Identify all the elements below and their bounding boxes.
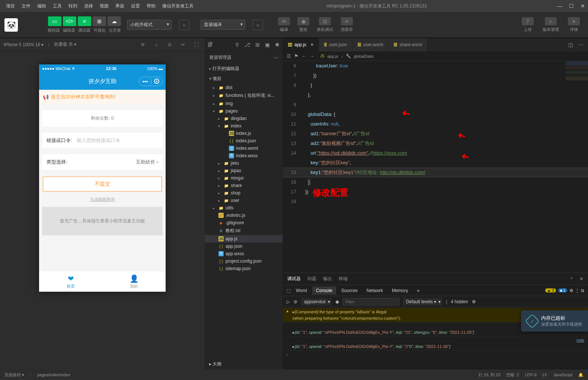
capsule-button[interactable]: •••| bbox=[139, 77, 163, 86]
dots-icon[interactable]: ⋮ bbox=[575, 288, 579, 293]
spaces[interactable]: 空格: 2 bbox=[506, 372, 519, 378]
more-icon[interactable]: ⋯ bbox=[578, 42, 584, 48]
subtab-console[interactable]: Console bbox=[312, 286, 336, 295]
search-icon[interactable]: ⚲ bbox=[235, 42, 239, 48]
tab-output[interactable]: 输出 bbox=[323, 274, 332, 284]
tree-item[interactable]: ◫index.wxml bbox=[205, 145, 282, 152]
expand-icon[interactable]: ⛶ bbox=[192, 40, 201, 49]
menu-微信开发者工具[interactable]: 微信开发者工具 bbox=[159, 1, 196, 11]
cloud-button[interactable]: ☁ bbox=[108, 16, 121, 26]
panel-close-icon[interactable]: ✕ bbox=[579, 276, 584, 282]
hidden-count[interactable]: 4 hidden bbox=[451, 299, 468, 304]
menu-编辑[interactable]: 编辑 bbox=[34, 1, 49, 11]
menu-文件[interactable]: 文件 bbox=[19, 1, 33, 11]
type-select-row[interactable]: 类型选择: 互助砍价 › bbox=[42, 154, 163, 170]
reload-select[interactable]: 热重载 关 ▾ bbox=[54, 41, 77, 48]
tree-item[interactable]: ◆.gitignore bbox=[205, 219, 282, 227]
info-badge[interactable]: ■ 1 bbox=[558, 288, 567, 292]
subtab-wxml[interactable]: Wxml bbox=[292, 286, 311, 295]
memory-alert[interactable]: 内存已超标 深度加速关闭卡慢进程 bbox=[521, 310, 588, 332]
tab-problems[interactable]: 问题 bbox=[307, 274, 316, 284]
action-清缓存[interactable]: ≡清缓存 bbox=[337, 16, 357, 34]
tree-item[interactable]: ⚙.eslintrc.js bbox=[205, 212, 282, 219]
compile-select[interactable]: 普通编译 bbox=[201, 20, 245, 30]
action-真机调试[interactable]: ⊡真机调试 bbox=[313, 16, 337, 34]
branch-icon[interactable]: ⎇ bbox=[244, 42, 250, 48]
bug-icon[interactable]: ✱ bbox=[275, 42, 279, 48]
right-版本管理[interactable]: ⎌版本管理 bbox=[539, 16, 563, 34]
tree-item[interactable]: { }index.json bbox=[205, 137, 282, 145]
clear-icon[interactable]: ⊘ bbox=[294, 299, 297, 304]
tree-item[interactable]: ▸📁shop bbox=[205, 189, 282, 197]
page-path-label[interactable]: 页面路径 ▾ bbox=[4, 372, 24, 378]
editor-button[interactable]: </> bbox=[63, 16, 76, 26]
tree-item[interactable]: JSapp.js bbox=[205, 235, 282, 243]
tree-item[interactable]: ▸📁jiqiao bbox=[205, 167, 282, 174]
tab-mine[interactable]: 👤我的 bbox=[102, 271, 166, 292]
box-icon[interactable]: ▣ bbox=[265, 42, 270, 48]
menu-项目[interactable]: 项目 bbox=[3, 1, 18, 11]
bookmark-icon[interactable]: ⚑ bbox=[294, 53, 298, 59]
tree-item[interactable]: ▸📁mingxi bbox=[205, 174, 282, 182]
home-icon[interactable]: ⌂ bbox=[152, 40, 161, 49]
tree-item[interactable]: { }sitemap.json bbox=[205, 265, 282, 272]
minimap[interactable] bbox=[566, 61, 588, 106]
tab-terminal[interactable]: 终端 bbox=[339, 274, 348, 284]
levels-select[interactable]: Default levels ▾ bbox=[403, 298, 442, 305]
more-icon[interactable]: ⋯ bbox=[274, 55, 278, 60]
filter-input[interactable] bbox=[343, 298, 399, 305]
files-icon[interactable]: 🗐 bbox=[208, 42, 213, 48]
minimize-icon[interactable]: — bbox=[557, 3, 562, 9]
inspect-icon[interactable]: ⬚ bbox=[287, 288, 291, 293]
menu-转到[interactable]: 转到 bbox=[65, 1, 80, 11]
dock-icon[interactable]: ⧉ bbox=[581, 288, 584, 293]
project-section[interactable]: 项目 bbox=[205, 74, 282, 84]
tab-home[interactable]: ❤首页 bbox=[39, 271, 102, 292]
editor-tab[interactable]: JSapp.js× bbox=[283, 38, 319, 51]
menu-设置[interactable]: 设置 bbox=[128, 1, 143, 11]
tree-item[interactable]: ▸📁jietu bbox=[205, 159, 282, 167]
device-select[interactable]: iPhone 5 100% 16 ▾ bbox=[4, 42, 44, 47]
fwd-arrow-icon[interactable]: → bbox=[309, 53, 314, 59]
right-上传[interactable]: ⤴上传 bbox=[518, 16, 537, 34]
warn-badge[interactable]: ▲ 3 bbox=[545, 288, 556, 292]
action-预览[interactable]: ◉预览 bbox=[294, 16, 313, 34]
cut-icon[interactable]: ✂ bbox=[179, 40, 188, 49]
tree-item[interactable]: ▸📁dingdan bbox=[205, 115, 282, 122]
play-icon[interactable]: ▷ bbox=[287, 299, 290, 304]
tree-item[interactable]: ▸📁functions | 当前环境: xi... bbox=[205, 91, 282, 100]
menu-选择[interactable]: 选择 bbox=[81, 1, 96, 11]
outline-section[interactable]: ▸ 大纲 bbox=[205, 358, 282, 370]
mode-select[interactable]: 小程序模式 bbox=[127, 20, 172, 30]
tree-item[interactable]: ▸📁img bbox=[205, 100, 282, 107]
tree-item[interactable]: ▸📁utils bbox=[205, 204, 282, 212]
close-icon[interactable]: ✕ bbox=[581, 3, 585, 9]
tree-item[interactable]: ▸📁dist bbox=[205, 84, 282, 91]
action-编译[interactable]: ⟳编译 bbox=[274, 16, 294, 34]
language[interactable]: JavaScript bbox=[553, 373, 572, 377]
split-icon[interactable]: ◫ bbox=[568, 42, 573, 48]
submit-button[interactable]: 不提交 bbox=[43, 177, 162, 191]
menu-视图[interactable]: 视图 bbox=[97, 1, 112, 11]
editor-tab[interactable]: ◫share.wxml bbox=[389, 38, 428, 51]
tree-item[interactable]: ⽅app.wxss bbox=[205, 250, 282, 257]
visual-button[interactable]: ⊞ bbox=[93, 16, 106, 26]
editor-tab[interactable]: {}user.json bbox=[319, 38, 352, 51]
menu-帮助[interactable]: 帮助 bbox=[144, 1, 159, 11]
tree-item[interactable]: ▾📁index bbox=[205, 122, 282, 130]
subtab-sources[interactable]: Sources bbox=[338, 286, 361, 295]
back-arrow-icon[interactable]: ← bbox=[301, 53, 306, 59]
tree-item[interactable]: { }project.config.json bbox=[205, 257, 282, 265]
circle-btn-2[interactable]: ○ bbox=[253, 20, 263, 30]
tree-item[interactable]: 🗎教程.txt bbox=[205, 227, 282, 235]
grid-icon[interactable]: ⊞ bbox=[255, 42, 260, 48]
link-input[interactable]: 输入您的链接或口令 bbox=[77, 137, 158, 144]
open-editors-section[interactable]: 打开的编辑器 bbox=[205, 64, 282, 74]
subtab-more[interactable]: » bbox=[413, 286, 423, 295]
chevron-up-icon[interactable]: ^ bbox=[571, 276, 573, 282]
refresh-icon[interactable]: ⟳ bbox=[138, 40, 147, 49]
cursor-pos[interactable]: 行 15, 列 23 bbox=[479, 372, 501, 378]
back-icon[interactable]: ⊙ bbox=[165, 40, 174, 49]
right-详情[interactable]: ≡详情 bbox=[564, 16, 584, 34]
encoding[interactable]: UTF-8 bbox=[525, 373, 537, 377]
